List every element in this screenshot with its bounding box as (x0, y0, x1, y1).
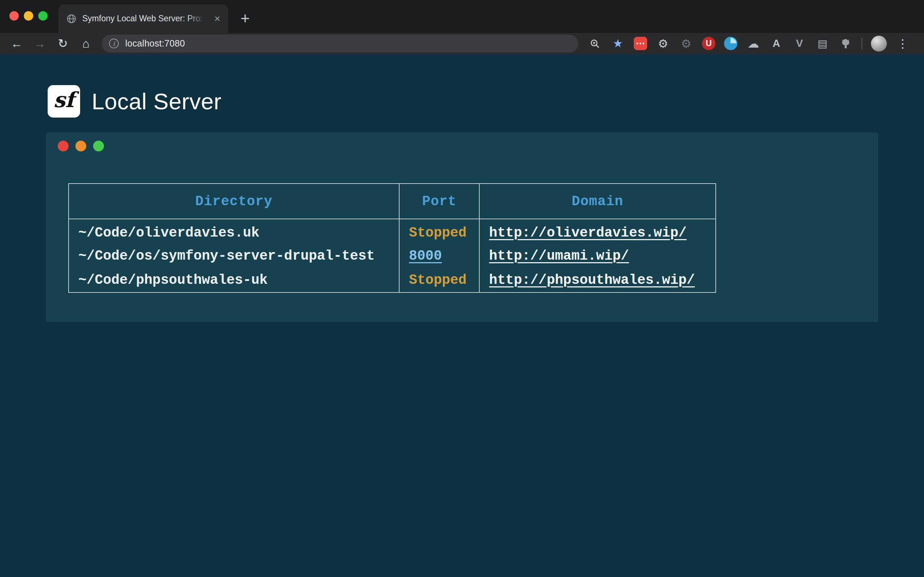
tab-title-fade (187, 9, 208, 29)
forward-button[interactable]: → (30, 35, 50, 53)
reload-button[interactable]: ↻ (53, 35, 73, 53)
octocat-extension-icon[interactable] (838, 36, 853, 51)
port-cell: Stopped (399, 219, 479, 243)
toolbar-right: ★ ⋯ ⚙ ⚙ U ☁ A V ▤ ⋮ (588, 36, 910, 52)
directory-cell: ~/Code/oliverdavies.uk (69, 219, 399, 243)
grid-extension-icon[interactable]: ▤ (815, 36, 830, 51)
window-controls (10, 11, 48, 21)
home-button[interactable]: ⌂ (76, 35, 96, 53)
tab-title: Symfony Local Web Server: Prox (82, 14, 201, 23)
column-header-directory: Directory (69, 184, 399, 219)
servers-table: Directory Port Domain ~/Code/oliverdavie… (68, 183, 716, 293)
browser-toolbar: ← → ↻ ⌂ i localhost:7080 ★ ⋯ ⚙ ⚙ U ☁ A V… (0, 33, 924, 54)
window-zoom-button[interactable] (38, 11, 48, 21)
tab-close-icon[interactable]: × (215, 14, 220, 24)
cloud-extension-icon[interactable]: ☁ (746, 36, 761, 51)
card-dot-orange (76, 141, 86, 152)
servers-table-wrap: Directory Port Domain ~/Code/oliverdavie… (68, 183, 716, 293)
zoom-icon[interactable] (588, 36, 602, 51)
directory-cell: ~/Code/phpsouthwales-uk (69, 268, 399, 292)
bookmark-star-icon[interactable]: ★ (611, 36, 625, 51)
port-status-stopped: Stopped (409, 225, 467, 240)
directory-cell: ~/Code/os/symfony-server-drupal-test (69, 243, 399, 268)
table-row: ~/Code/os/symfony-server-drupal-test 800… (69, 243, 716, 268)
window-close-button[interactable] (10, 11, 19, 21)
table-row: ~/Code/oliverdavies.uk Stopped http://ol… (69, 219, 716, 243)
tab-strip: Symfony Local Web Server: Prox × + (0, 0, 924, 33)
domain-cell: http://umami.wip/ (479, 243, 716, 268)
page-content: sf Local Server Directory Port Domain (0, 54, 924, 577)
browser-menu-icon[interactable]: ⋮ (895, 36, 910, 51)
back-button[interactable]: ← (6, 35, 27, 53)
port-link[interactable]: 8000 (409, 248, 442, 264)
page-title: Local Server (92, 89, 221, 114)
table-row: ~/Code/phpsouthwales-uk Stopped http://p… (69, 268, 716, 292)
ublock-extension-icon[interactable]: U (702, 37, 716, 50)
browser-tab[interactable]: Symfony Local Web Server: Prox × (58, 4, 228, 33)
column-header-port: Port (399, 184, 479, 219)
server-card: Directory Port Domain ~/Code/oliverdavie… (46, 132, 878, 322)
window-minimize-button[interactable] (24, 11, 33, 21)
new-tab-button[interactable]: + (234, 8, 255, 29)
site-info-icon[interactable]: i (109, 39, 119, 48)
card-dot-red (58, 141, 69, 152)
symfony-logo: sf (48, 85, 80, 118)
card-dot-green (93, 141, 104, 152)
domain-link[interactable]: http://oliverdavies.wip/ (489, 225, 687, 240)
red-dots-extension-icon[interactable]: ⋯ (634, 37, 647, 50)
url-text: localhost:7080 (125, 38, 185, 49)
table-header-row: Directory Port Domain (69, 184, 716, 219)
globe-favicon-icon (66, 14, 76, 24)
port-cell: Stopped (399, 268, 479, 292)
port-status-stopped: Stopped (409, 272, 467, 288)
domain-link[interactable]: http://umami.wip/ (489, 248, 629, 264)
letter-v-extension-icon[interactable]: V (792, 36, 807, 51)
toolbar-separator (861, 38, 862, 49)
letter-a-extension-icon[interactable]: A (769, 36, 783, 51)
column-header-domain: Domain (479, 184, 716, 219)
domain-cell: http://oliverdavies.wip/ (479, 219, 716, 243)
domain-cell: http://phpsouthwales.wip/ (479, 268, 716, 292)
address-bar[interactable]: i localhost:7080 (102, 35, 578, 53)
profile-avatar[interactable] (871, 36, 887, 52)
port-cell: 8000 (399, 243, 479, 268)
blue-dial-extension-icon[interactable] (724, 37, 737, 50)
domain-link[interactable]: http://phpsouthwales.wip/ (489, 272, 695, 288)
gear-dark-extension-icon[interactable]: ⚙ (679, 36, 693, 51)
card-dots (58, 141, 104, 152)
brand-header: sf Local Server (48, 85, 221, 118)
gear-light-extension-icon[interactable]: ⚙ (656, 36, 670, 51)
